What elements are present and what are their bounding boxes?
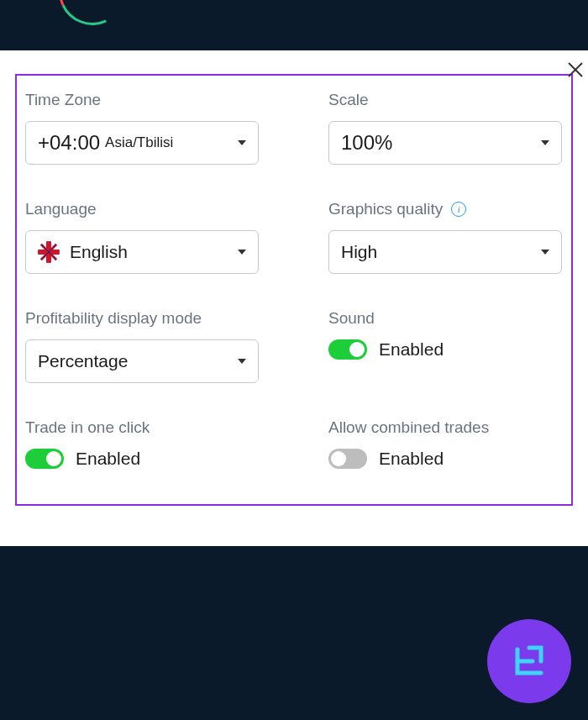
chevron-down-icon [238,354,246,369]
close-icon [565,60,585,80]
graphics-value: High [341,242,377,262]
scale-value: 100% [341,131,392,155]
combined-toggle[interactable] [328,449,367,469]
chevron-down-icon [238,244,246,260]
svg-marker-11 [238,250,246,255]
timezone-select[interactable]: +04:00 Asia/Tbilisi [25,121,259,165]
scale-field: Scale 100% [328,91,563,165]
chevron-down-icon [541,135,549,150]
uk-flag-icon [38,241,60,263]
combined-field: Allow combined trades Enabled [328,418,563,469]
close-button[interactable] [563,57,588,82]
combined-label: Allow combined trades [328,418,563,437]
combined-status: Enabled [379,449,444,469]
scale-label: Scale [328,91,563,109]
chevron-down-icon [541,244,549,260]
svg-marker-12 [541,250,549,255]
settings-modal: Time Zone +04:00 Asia/Tbilisi Scale 100%… [0,50,588,546]
svg-marker-3 [541,140,549,145]
timezone-label: Time Zone [25,91,260,109]
info-icon[interactable]: i [451,202,466,217]
language-select[interactable]: English [25,230,259,274]
background-top [0,0,588,50]
oneclick-field: Trade in one click Enabled [25,418,260,469]
graphics-select[interactable]: High [328,230,562,274]
language-field: Language English [25,200,260,274]
oneclick-label: Trade in one click [25,418,260,437]
timezone-region: Asia/Tbilisi [105,134,173,151]
timezone-value: +04:00 [38,131,100,155]
settings-panel: Time Zone +04:00 Asia/Tbilisi Scale 100%… [15,74,573,506]
oneclick-status: Enabled [76,449,140,469]
support-icon [506,638,553,685]
profitability-value: Percentage [38,351,128,371]
profitability-select[interactable]: Percentage [25,339,259,383]
chevron-down-icon [238,135,246,150]
language-label: Language [25,200,260,218]
graphics-label: Graphics quality i [328,200,563,218]
graphics-field: Graphics quality i High [328,200,563,274]
language-value: English [70,242,128,262]
support-fab[interactable] [487,619,571,703]
decorative-circle [25,0,109,34]
sound-field: Sound Enabled [328,309,563,383]
sound-label: Sound [328,309,563,328]
profitability-label: Profitability display mode [25,309,260,328]
oneclick-toggle[interactable] [25,449,64,469]
svg-marker-2 [238,140,246,145]
svg-marker-13 [238,359,246,364]
scale-select[interactable]: 100% [328,121,562,165]
sound-status: Enabled [379,339,444,360]
profitability-field: Profitability display mode Percentage [25,309,260,383]
timezone-field: Time Zone +04:00 Asia/Tbilisi [25,91,260,165]
sound-toggle[interactable] [328,339,367,360]
